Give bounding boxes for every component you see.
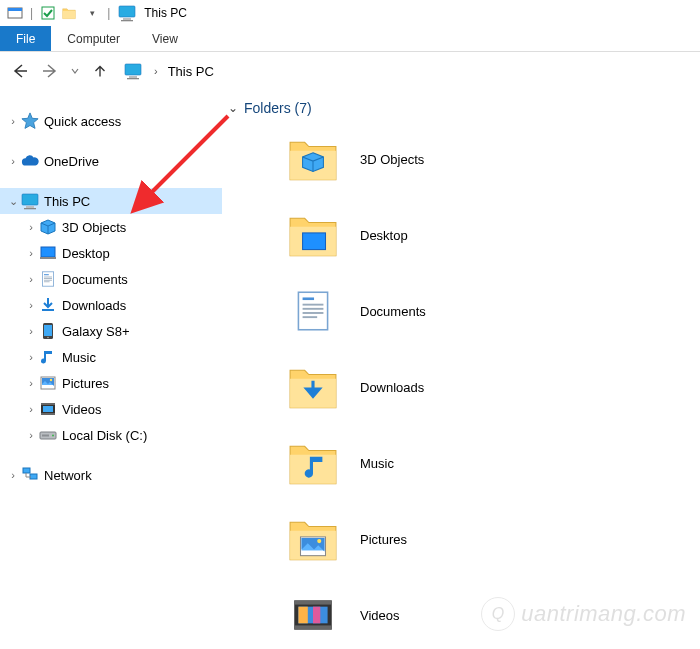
folder-desktop[interactable]: Desktop <box>288 202 700 268</box>
expand-icon[interactable] <box>24 325 38 337</box>
folder-label: Pictures <box>360 532 407 547</box>
svg-rect-29 <box>30 474 37 479</box>
tree-label: Quick access <box>44 114 121 129</box>
tree-item-network[interactable]: Network <box>0 462 222 488</box>
expand-icon[interactable] <box>24 221 38 233</box>
tree-label: OneDrive <box>44 154 99 169</box>
folder-icon-pictures <box>288 514 338 564</box>
expand-icon[interactable] <box>24 273 38 285</box>
content-pane: Folders (7) 3D Objects Desktop Documents <box>222 90 700 649</box>
tree-item-galaxy[interactable]: Galaxy S8+ <box>0 318 222 344</box>
navigation-bar: This PC <box>0 52 700 90</box>
expand-icon[interactable] <box>24 351 38 363</box>
monitor-icon <box>20 191 40 211</box>
address-monitor-icon[interactable] <box>122 62 144 80</box>
tree-item-3d-objects[interactable]: 3D Objects <box>0 214 222 240</box>
svg-point-26 <box>52 435 54 437</box>
tree-label: Pictures <box>62 376 109 391</box>
tree-label: Documents <box>62 272 128 287</box>
title-bar: | ▾ | This PC <box>0 0 700 26</box>
svg-rect-41 <box>294 600 332 604</box>
watermark-text: uantrimang.com <box>521 601 686 627</box>
tree-label: Desktop <box>62 246 110 261</box>
window-title: This PC <box>140 6 187 20</box>
forward-button[interactable] <box>38 59 62 83</box>
folder-3d-objects[interactable]: 3D Objects <box>288 126 700 192</box>
ribbon-tabs: File Computer View <box>0 26 700 52</box>
folder-label: Downloads <box>360 380 424 395</box>
svg-rect-42 <box>294 625 332 629</box>
folder-icon-videos <box>288 590 338 640</box>
videos-icon <box>38 399 58 419</box>
tree-item-this-pc[interactable]: This PC <box>0 188 222 214</box>
expand-icon[interactable] <box>6 155 20 167</box>
svg-point-39 <box>317 539 321 543</box>
qat-new-folder-icon[interactable] <box>61 4 79 22</box>
svg-rect-28 <box>23 468 30 473</box>
expand-icon[interactable] <box>6 469 20 481</box>
folder-icon-3d-objects <box>288 134 338 184</box>
expand-icon[interactable] <box>24 299 38 311</box>
cube-icon <box>38 217 58 237</box>
tab-computer[interactable]: Computer <box>51 26 136 51</box>
folder-icon-documents <box>288 286 338 336</box>
svg-rect-13 <box>40 257 56 259</box>
collapse-icon[interactable] <box>6 195 20 208</box>
svg-point-20 <box>50 379 52 381</box>
tree-item-pictures[interactable]: Pictures <box>0 370 222 396</box>
svg-rect-27 <box>42 435 49 437</box>
back-button[interactable] <box>8 59 32 83</box>
tree-item-documents[interactable]: Documents <box>0 266 222 292</box>
network-icon <box>20 465 40 485</box>
tree-item-videos[interactable]: Videos <box>0 396 222 422</box>
expand-icon[interactable] <box>24 377 38 389</box>
qat-customize-icon[interactable]: ▾ <box>83 4 101 22</box>
drive-icon <box>38 425 58 445</box>
window-monitor-icon <box>118 4 136 22</box>
tree-item-downloads[interactable]: Downloads <box>0 292 222 318</box>
svg-rect-24 <box>43 406 53 412</box>
tree-label: Galaxy S8+ <box>62 324 130 339</box>
qat-separator: | <box>28 6 35 20</box>
pictures-icon <box>38 373 58 393</box>
tab-view[interactable]: View <box>136 26 194 51</box>
up-button[interactable] <box>88 59 112 83</box>
breadcrumb-separator[interactable] <box>150 65 162 77</box>
title-separator: | <box>105 6 112 20</box>
qat-properties-icon[interactable] <box>39 4 57 22</box>
music-icon <box>38 347 58 367</box>
expand-icon[interactable] <box>24 247 38 259</box>
tree-label: 3D Objects <box>62 220 126 235</box>
tree-label: Network <box>44 468 92 483</box>
group-header-folders[interactable]: Folders (7) <box>228 100 700 116</box>
expand-icon[interactable] <box>24 429 38 441</box>
folder-label: Documents <box>360 304 426 319</box>
tree-item-music[interactable]: Music <box>0 344 222 370</box>
downloads-icon <box>38 295 58 315</box>
watermark-icon: Q <box>481 597 515 631</box>
tree-item-desktop[interactable]: Desktop <box>0 240 222 266</box>
desktop-icon <box>38 243 58 263</box>
navigation-tree: Quick access OneDrive This PC 3D Objects <box>0 90 222 649</box>
recent-locations-button[interactable] <box>68 59 82 83</box>
folder-icon-music <box>288 438 338 488</box>
tree-label: This PC <box>44 194 90 209</box>
svg-rect-33 <box>303 304 324 306</box>
folder-music[interactable]: Music <box>288 430 700 496</box>
group-collapse-icon[interactable] <box>228 101 238 115</box>
folder-label: Music <box>360 456 394 471</box>
tree-item-quick-access[interactable]: Quick access <box>0 108 222 134</box>
expand-icon[interactable] <box>24 403 38 415</box>
tree-item-onedrive[interactable]: OneDrive <box>0 148 222 174</box>
folder-documents[interactable]: Documents <box>288 278 700 344</box>
svg-rect-30 <box>303 233 326 250</box>
tab-file[interactable]: File <box>0 26 51 51</box>
svg-rect-11 <box>42 7 54 19</box>
phone-icon <box>38 321 58 341</box>
folder-pictures[interactable]: Pictures <box>288 506 700 572</box>
expand-icon[interactable] <box>6 115 20 127</box>
app-icon <box>6 4 24 22</box>
folder-downloads[interactable]: Downloads <box>288 354 700 420</box>
tree-item-local-disk[interactable]: Local Disk (C:) <box>0 422 222 448</box>
breadcrumb-current[interactable]: This PC <box>168 64 214 79</box>
